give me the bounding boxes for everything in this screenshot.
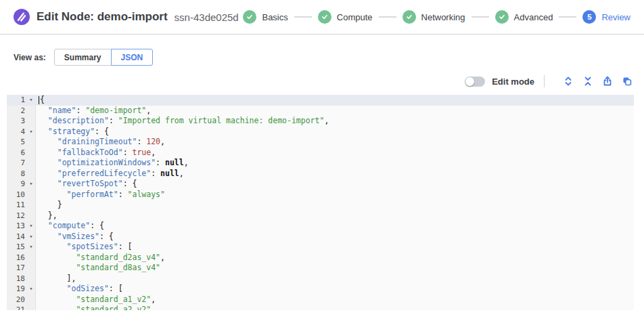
code-line[interactable]: 20 "standard_a1_v2",: [7, 295, 634, 305]
line-number: 14: [7, 232, 27, 242]
toggle-knob: [465, 77, 474, 86]
fold-arrow-icon[interactable]: ▾: [27, 179, 36, 190]
code-line[interactable]: 9▾ "revertToSpot": {: [7, 179, 634, 190]
step-label: Basics: [262, 12, 288, 22]
fold-spacer: [27, 295, 36, 305]
code-line[interactable]: 15▾ "spotSizes": [: [7, 242, 634, 253]
line-number: 21: [7, 305, 27, 310]
code-line[interactable]: 7 "optimizationWindows": null,: [7, 158, 634, 169]
view-as-bar: View as: SummaryJSON: [0, 35, 644, 66]
step-advanced[interactable]: Advanced: [495, 10, 553, 24]
fold-spacer: [27, 148, 36, 158]
code-line[interactable]: 8 "preferredLifecycle": null,: [7, 169, 634, 179]
step-label: Compute: [337, 12, 373, 22]
step-review[interactable]: 5Review: [582, 10, 630, 24]
page-title: Edit Node: demo-import: [37, 10, 168, 24]
view-as-label: View as:: [14, 53, 46, 62]
check-icon: [318, 10, 331, 24]
json-editor[interactable]: 1▾{2 "name": "demo-import",3 "descriptio…: [7, 95, 634, 310]
line-number: 13: [7, 221, 27, 232]
line-number: 2: [7, 106, 27, 116]
fold-spacer: [27, 274, 36, 284]
fold-spacer: [27, 190, 36, 200]
code-line[interactable]: 3 "description": "Imported from virtual …: [7, 116, 634, 127]
export-icon[interactable]: [602, 76, 613, 87]
line-number: 17: [7, 263, 27, 274]
line-number: 6: [7, 148, 27, 158]
fold-arrow-icon[interactable]: ▾: [27, 95, 36, 106]
code-line[interactable]: 6 "fallbackToOd": true,: [7, 148, 634, 158]
step-connector: [294, 16, 312, 18]
line-number: 7: [7, 158, 27, 169]
view-option-summary[interactable]: Summary: [54, 49, 112, 66]
line-number: 20: [7, 295, 27, 305]
fold-spacer: [27, 106, 36, 116]
step-networking[interactable]: Networking: [402, 10, 465, 24]
line-number: 11: [7, 200, 27, 211]
view-option-json[interactable]: JSON: [111, 49, 154, 66]
line-number: 1: [7, 95, 27, 106]
fold-spacer: [27, 116, 36, 127]
line-number: 19: [7, 284, 27, 295]
check-icon: [402, 10, 416, 24]
code-line[interactable]: 21 "standard_a2_v2": [7, 305, 634, 310]
step-basics[interactable]: Basics: [243, 10, 288, 24]
header: Edit Node: demo-import ssn-43de025d Basi…: [0, 0, 644, 35]
fold-spacer: [27, 211, 36, 221]
step-connector: [559, 16, 576, 18]
line-number: 12: [7, 211, 27, 221]
fold-arrow-icon[interactable]: ▾: [27, 284, 36, 295]
fold-spacer: [27, 137, 36, 148]
step-compute[interactable]: Compute: [318, 10, 373, 24]
line-number: 10: [7, 190, 27, 200]
code-line[interactable]: 1▾{: [7, 95, 634, 106]
stepper: BasicsComputeNetworkingAdvanced5Review: [243, 10, 630, 24]
fold-arrow-icon[interactable]: ▾: [27, 242, 36, 253]
code-line[interactable]: 18 ],: [7, 274, 634, 284]
line-number: 8: [7, 169, 27, 179]
code-line[interactable]: 5 "drainingTimeout": 120,: [7, 137, 634, 148]
fold-spacer: [27, 158, 36, 169]
code-line[interactable]: 13▾ "compute": {: [7, 221, 634, 232]
code-line[interactable]: 17 "standard_d8as_v4": [7, 263, 634, 274]
code-line[interactable]: 10 "performAt": "always": [7, 190, 634, 200]
code-line[interactable]: 16 "standard_d2as_v4",: [7, 253, 634, 263]
step-label: Advanced: [514, 12, 553, 22]
fold-arrow-icon[interactable]: ▾: [27, 127, 36, 137]
check-icon: [495, 10, 509, 24]
fold-spacer: [27, 169, 36, 179]
step-label: Networking: [421, 12, 465, 22]
code-line[interactable]: 11 }: [7, 200, 634, 211]
fold-arrow-icon[interactable]: ▾: [27, 232, 36, 242]
step-label: Review: [601, 12, 630, 22]
editor-action-bar: Edit mode: [0, 74, 644, 89]
line-number: 18: [7, 274, 27, 284]
check-icon: [243, 10, 256, 24]
code-line[interactable]: 12 },: [7, 211, 634, 221]
expand-all-icon[interactable]: [563, 76, 574, 87]
fold-spacer: [27, 253, 36, 263]
step-connector: [472, 16, 489, 18]
fold-spacer: [27, 263, 36, 274]
fold-spacer: [27, 305, 36, 310]
collapse-all-icon[interactable]: [582, 76, 593, 87]
step-connector: [379, 16, 396, 18]
copy-icon[interactable]: [622, 76, 632, 87]
edit-mode-label: Edit mode: [492, 77, 534, 87]
view-toggle-group: SummaryJSON: [54, 49, 153, 66]
code-line[interactable]: 2 "name": "demo-import",: [7, 106, 634, 116]
editor-actions: [554, 76, 632, 87]
fold-arrow-icon[interactable]: ▾: [27, 221, 36, 232]
edit-mode-toggle[interactable]: [465, 77, 485, 87]
divider: [544, 75, 545, 87]
code-line[interactable]: 14▾ "vmSizes": {: [7, 232, 634, 242]
line-number: 9: [7, 179, 27, 190]
code-line[interactable]: 19▾ "odSizes": [: [7, 284, 634, 295]
fold-spacer: [27, 200, 36, 211]
line-number: 4: [7, 127, 27, 137]
step-number: 5: [582, 10, 596, 24]
line-number: 3: [7, 116, 27, 127]
code-line[interactable]: 4▾ "strategy": {: [7, 127, 634, 137]
line-number: 15: [7, 242, 27, 253]
line-number: 16: [7, 253, 27, 263]
